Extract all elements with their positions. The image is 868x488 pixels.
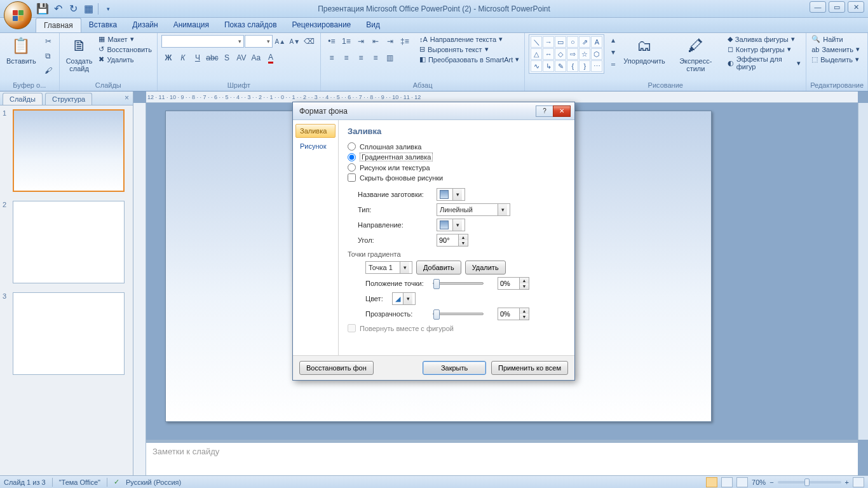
format-painter-icon[interactable]: 🖌 [41, 64, 55, 78]
shrink-font-icon[interactable]: A▼ [288, 34, 302, 48]
shape-lb-icon[interactable]: { [567, 60, 578, 72]
shape-line-icon[interactable]: ＼ [531, 36, 542, 48]
shadow-icon[interactable]: S [220, 51, 234, 65]
color-dropdown[interactable]: ◢▾ [392, 292, 416, 305]
close-button[interactable]: ✕ [848, 1, 864, 13]
paste-button[interactable]: 📋 Вставить [4, 34, 39, 66]
position-spinner[interactable]: ▲▼ [498, 277, 529, 290]
char-spacing-icon[interactable]: AV [234, 51, 248, 65]
gallery-more-icon[interactable]: ＝ [608, 58, 618, 70]
numbering-icon[interactable]: 1≡ [339, 34, 353, 48]
qat-redo-icon[interactable]: ↻ [66, 2, 80, 16]
dialog-help-button[interactable]: ? [536, 105, 553, 117]
thumb-1[interactable] [13, 109, 125, 192]
select-button[interactable]: ⬚Выделить ▾ [810, 55, 861, 64]
shape-dblarrow-icon[interactable]: ↔ [543, 48, 554, 60]
dialog-nav-fill[interactable]: Заливка [295, 124, 336, 138]
dialog-titlebar[interactable]: Формат фона ? ✕ [293, 102, 574, 120]
angle-input[interactable] [437, 234, 458, 246]
qat-undo-icon[interactable]: ↶ [51, 2, 65, 16]
transparency-slider[interactable] [433, 313, 484, 315]
shape-text-icon[interactable]: A [591, 36, 602, 48]
position-slider[interactable] [433, 282, 484, 285]
align-right-icon[interactable]: ≡ [354, 51, 368, 65]
view-slideshow-icon[interactable] [736, 477, 748, 487]
strike-icon[interactable]: abc [205, 51, 219, 65]
trans-down-icon[interactable]: ▼ [520, 314, 529, 320]
angle-up-icon[interactable]: ▲ [459, 234, 468, 240]
shape-fill-button[interactable]: ◆Заливка фигуры ▾ [726, 34, 802, 44]
shape-arrow-icon[interactable]: → [543, 36, 554, 48]
bold-icon[interactable]: Ж [161, 51, 175, 65]
delete-slide-button[interactable]: ✖Удалить [97, 55, 153, 64]
status-language[interactable]: Русский (Россия) [126, 478, 181, 486]
thumb-3[interactable] [13, 292, 125, 375]
tab-insert[interactable]: Вставка [81, 18, 125, 32]
outline-tab[interactable]: Структура [45, 93, 92, 105]
line-spacing-icon[interactable]: ‡≡ [398, 34, 412, 48]
qat-customize-icon[interactable]: ▾ [101, 2, 115, 16]
shape-oval-icon[interactable]: ○ [567, 36, 578, 48]
font-size-combo[interactable] [245, 35, 273, 48]
position-slider-thumb[interactable] [433, 279, 440, 289]
tab-animation[interactable]: Анимация [166, 18, 217, 32]
shape-hex-icon[interactable]: ⬡ [591, 48, 602, 60]
list-level-icon[interactable]: ⇥ [354, 34, 368, 48]
align-left-icon[interactable]: ≡ [325, 51, 339, 65]
restore-button[interactable]: ▭ [829, 1, 845, 13]
columns-icon[interactable]: ▥ [383, 51, 397, 65]
bullets-icon[interactable]: •≡ [325, 34, 339, 48]
radio-gradient[interactable]: Градиентная заливка [348, 152, 566, 161]
shape-more-icon[interactable]: ⋯ [591, 60, 602, 72]
replace-button[interactable]: abЗаменить ▾ [810, 44, 861, 54]
type-dropdown[interactable]: Линейный▾ [437, 203, 510, 216]
pos-up-icon[interactable]: ▲ [520, 278, 529, 283]
angle-down-icon[interactable]: ▼ [459, 240, 468, 246]
tab-home[interactable]: Главная [36, 18, 81, 32]
angle-spinner[interactable]: ▲▼ [437, 234, 468, 247]
gallery-up-icon[interactable]: ▴ [608, 34, 618, 46]
tab-review[interactable]: Рецензирование [285, 18, 359, 32]
shape-freeform-icon[interactable]: ✎ [555, 60, 566, 72]
transparency-spinner[interactable]: ▲▼ [498, 308, 529, 320]
shape-brace-icon[interactable]: ⇗ [579, 36, 590, 48]
radio-picture[interactable]: Рисунок или текстура [348, 163, 566, 172]
minimize-button[interactable]: — [810, 1, 826, 13]
text-direction-button[interactable]: ↕AНаправление текста ▾ [418, 34, 520, 44]
increase-indent-icon[interactable]: ⇥ [383, 34, 397, 48]
quick-styles-button[interactable]: 🖍 Экспресс-стили [670, 34, 721, 74]
zoom-slider-thumb[interactable] [804, 478, 810, 486]
shape-diamond-icon[interactable]: ◇ [555, 48, 566, 60]
zoom-in-icon[interactable]: + [845, 478, 849, 486]
decrease-indent-icon[interactable]: ⇤ [369, 34, 383, 48]
shape-rect-icon[interactable]: ▭ [555, 36, 566, 48]
tab-view[interactable]: Вид [358, 18, 388, 32]
zoom-slider[interactable] [778, 481, 841, 484]
italic-icon[interactable]: К [176, 51, 190, 65]
grow-font-icon[interactable]: A▲ [273, 34, 287, 48]
font-family-combo[interactable] [161, 35, 244, 48]
convert-smartart-button[interactable]: ◧Преобразовать в SmartArt ▾ [418, 55, 520, 64]
vertical-scrollbar[interactable] [858, 103, 868, 440]
transparency-input[interactable] [498, 308, 519, 320]
shape-curve-icon[interactable]: ∿ [531, 60, 542, 72]
fit-window-icon[interactable] [853, 477, 864, 487]
zoom-percent[interactable]: 70% [752, 478, 766, 486]
add-stop-button[interactable]: Добавить [416, 261, 461, 274]
notes-input[interactable]: Заметки к слайду [146, 442, 858, 475]
dialog-nav-picture[interactable]: Рисунок [295, 139, 336, 153]
apply-all-button[interactable]: Применить ко всем [491, 361, 568, 375]
clear-format-icon[interactable]: ⌫ [302, 34, 316, 48]
delete-stop-button[interactable]: Удалить [465, 261, 506, 274]
qat-save-icon[interactable]: 💾 [36, 2, 50, 16]
zoom-out-icon[interactable]: − [770, 478, 773, 486]
office-button[interactable] [4, 1, 32, 29]
preset-dropdown[interactable]: ▾ [437, 188, 465, 201]
direction-dropdown[interactable]: ▾ [437, 219, 465, 231]
reset-bg-button[interactable]: Восстановить фон [299, 361, 374, 375]
view-sorter-icon[interactable] [721, 477, 733, 487]
stop-dropdown[interactable]: Точка 1▾ [365, 261, 412, 274]
shape-effects-button[interactable]: ◐Эффекты для фигур ▾ [726, 55, 802, 71]
thumb-2[interactable] [13, 201, 125, 283]
gallery-down-icon[interactable]: ▾ [608, 46, 618, 58]
